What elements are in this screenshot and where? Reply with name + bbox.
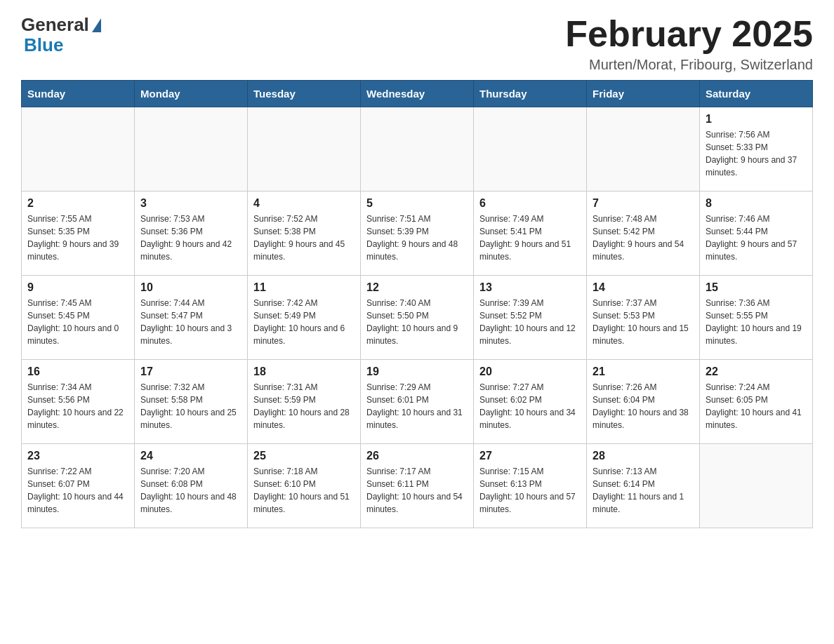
calendar-cell: 27Sunrise: 7:15 AMSunset: 6:13 PMDayligh… [474, 444, 587, 528]
day-number: 5 [366, 197, 468, 210]
day-info: Sunrise: 7:18 AMSunset: 6:10 PMDaylight:… [253, 465, 355, 516]
day-number: 19 [366, 365, 468, 378]
calendar-cell: 18Sunrise: 7:31 AMSunset: 5:59 PMDayligh… [248, 360, 361, 444]
day-number: 4 [253, 197, 355, 210]
day-number: 7 [593, 197, 694, 210]
calendar-cell: 6Sunrise: 7:49 AMSunset: 5:41 PMDaylight… [474, 192, 587, 276]
day-info: Sunrise: 7:46 AMSunset: 5:44 PMDaylight:… [706, 213, 807, 263]
day-number: 1 [706, 113, 807, 126]
calendar-cell: 1Sunrise: 7:56 AMSunset: 5:33 PMDaylight… [700, 107, 813, 192]
calendar-cell: 21Sunrise: 7:26 AMSunset: 6:04 PMDayligh… [587, 360, 700, 444]
calendar-cell [248, 107, 361, 192]
calendar-body: 1Sunrise: 7:56 AMSunset: 5:33 PMDaylight… [22, 107, 813, 528]
calendar-cell: 19Sunrise: 7:29 AMSunset: 6:01 PMDayligh… [361, 360, 474, 444]
week-row-4: 16Sunrise: 7:34 AMSunset: 5:56 PMDayligh… [22, 360, 813, 444]
week-row-3: 9Sunrise: 7:45 AMSunset: 5:45 PMDaylight… [22, 276, 813, 360]
day-number: 6 [479, 197, 581, 210]
logo-general-text: General [21, 14, 89, 36]
page-header: General Blue February 2025 Murten/Morat,… [21, 14, 813, 73]
month-title: February 2025 [565, 14, 813, 54]
day-number: 18 [253, 365, 355, 378]
calendar-cell: 25Sunrise: 7:18 AMSunset: 6:10 PMDayligh… [248, 444, 361, 528]
location-subtitle: Murten/Morat, Fribourg, Switzerland [565, 57, 813, 73]
day-header-saturday: Saturday [700, 81, 813, 107]
day-info: Sunrise: 7:26 AMSunset: 6:04 PMDaylight:… [593, 381, 694, 431]
day-header-thursday: Thursday [474, 81, 587, 107]
header-right: February 2025 Murten/Morat, Fribourg, Sw… [565, 14, 813, 73]
day-header-monday: Monday [135, 81, 248, 107]
day-info: Sunrise: 7:31 AMSunset: 5:59 PMDaylight:… [253, 381, 355, 431]
day-info: Sunrise: 7:13 AMSunset: 6:14 PMDaylight:… [593, 465, 694, 516]
day-header-sunday: Sunday [22, 81, 135, 107]
calendar-cell: 23Sunrise: 7:22 AMSunset: 6:07 PMDayligh… [22, 444, 135, 528]
day-number: 23 [27, 450, 128, 462]
calendar-cell [135, 107, 248, 192]
day-info: Sunrise: 7:53 AMSunset: 5:36 PMDaylight:… [140, 213, 241, 263]
day-header-tuesday: Tuesday [248, 81, 361, 107]
day-info: Sunrise: 7:32 AMSunset: 5:58 PMDaylight:… [140, 381, 241, 431]
day-number: 17 [140, 365, 241, 378]
day-header-friday: Friday [587, 81, 700, 107]
calendar-cell: 4Sunrise: 7:52 AMSunset: 5:38 PMDaylight… [248, 192, 361, 276]
day-number: 28 [593, 450, 694, 462]
day-info: Sunrise: 7:29 AMSunset: 6:01 PMDaylight:… [366, 381, 468, 431]
calendar-cell: 2Sunrise: 7:55 AMSunset: 5:35 PMDaylight… [22, 192, 135, 276]
calendar-cell: 17Sunrise: 7:32 AMSunset: 5:58 PMDayligh… [135, 360, 248, 444]
calendar-cell [22, 107, 135, 192]
week-row-5: 23Sunrise: 7:22 AMSunset: 6:07 PMDayligh… [22, 444, 813, 528]
logo-blue-text: Blue [24, 34, 63, 56]
day-info: Sunrise: 7:44 AMSunset: 5:47 PMDaylight:… [140, 297, 241, 347]
day-number: 3 [140, 197, 241, 210]
day-info: Sunrise: 7:39 AMSunset: 5:52 PMDaylight:… [479, 297, 581, 347]
day-number: 27 [479, 450, 581, 462]
calendar-cell: 24Sunrise: 7:20 AMSunset: 6:08 PMDayligh… [135, 444, 248, 528]
calendar-cell: 7Sunrise: 7:48 AMSunset: 5:42 PMDaylight… [587, 192, 700, 276]
calendar-cell: 22Sunrise: 7:24 AMSunset: 6:05 PMDayligh… [700, 360, 813, 444]
calendar-cell: 5Sunrise: 7:51 AMSunset: 5:39 PMDaylight… [361, 192, 474, 276]
day-info: Sunrise: 7:40 AMSunset: 5:50 PMDaylight:… [366, 297, 468, 347]
day-info: Sunrise: 7:15 AMSunset: 6:13 PMDaylight:… [479, 465, 581, 516]
day-info: Sunrise: 7:17 AMSunset: 6:11 PMDaylight:… [366, 465, 468, 516]
day-info: Sunrise: 7:52 AMSunset: 5:38 PMDaylight:… [253, 213, 355, 263]
day-info: Sunrise: 7:34 AMSunset: 5:56 PMDaylight:… [27, 381, 128, 431]
calendar-cell: 28Sunrise: 7:13 AMSunset: 6:14 PMDayligh… [587, 444, 700, 528]
calendar-cell [474, 107, 587, 192]
calendar-header: SundayMondayTuesdayWednesdayThursdayFrid… [22, 81, 813, 107]
day-number: 15 [706, 281, 807, 294]
day-info: Sunrise: 7:49 AMSunset: 5:41 PMDaylight:… [479, 213, 581, 263]
calendar-cell: 8Sunrise: 7:46 AMSunset: 5:44 PMDaylight… [700, 192, 813, 276]
day-info: Sunrise: 7:48 AMSunset: 5:42 PMDaylight:… [593, 213, 694, 263]
day-number: 2 [27, 197, 128, 210]
calendar-cell: 26Sunrise: 7:17 AMSunset: 6:11 PMDayligh… [361, 444, 474, 528]
calendar-cell [361, 107, 474, 192]
day-info: Sunrise: 7:51 AMSunset: 5:39 PMDaylight:… [366, 213, 468, 263]
day-info: Sunrise: 7:36 AMSunset: 5:55 PMDaylight:… [706, 297, 807, 347]
day-info: Sunrise: 7:24 AMSunset: 6:05 PMDaylight:… [706, 381, 807, 431]
calendar-cell: 10Sunrise: 7:44 AMSunset: 5:47 PMDayligh… [135, 276, 248, 360]
day-number: 13 [479, 281, 581, 294]
day-info: Sunrise: 7:55 AMSunset: 5:35 PMDaylight:… [27, 213, 128, 263]
day-number: 16 [27, 365, 128, 378]
day-number: 8 [706, 197, 807, 210]
week-row-2: 2Sunrise: 7:55 AMSunset: 5:35 PMDaylight… [22, 192, 813, 276]
day-number: 12 [366, 281, 468, 294]
day-info: Sunrise: 7:42 AMSunset: 5:49 PMDaylight:… [253, 297, 355, 347]
day-number: 22 [706, 365, 807, 378]
calendar-cell: 20Sunrise: 7:27 AMSunset: 6:02 PMDayligh… [474, 360, 587, 444]
calendar-cell: 14Sunrise: 7:37 AMSunset: 5:53 PMDayligh… [587, 276, 700, 360]
day-info: Sunrise: 7:37 AMSunset: 5:53 PMDaylight:… [593, 297, 694, 347]
day-number: 21 [593, 365, 694, 378]
calendar-cell: 11Sunrise: 7:42 AMSunset: 5:49 PMDayligh… [248, 276, 361, 360]
calendar-cell: 16Sunrise: 7:34 AMSunset: 5:56 PMDayligh… [22, 360, 135, 444]
day-number: 25 [253, 450, 355, 462]
day-number: 26 [366, 450, 468, 462]
day-number: 20 [479, 365, 581, 378]
day-info: Sunrise: 7:22 AMSunset: 6:07 PMDaylight:… [27, 465, 128, 516]
calendar-cell: 13Sunrise: 7:39 AMSunset: 5:52 PMDayligh… [474, 276, 587, 360]
calendar-cell: 3Sunrise: 7:53 AMSunset: 5:36 PMDaylight… [135, 192, 248, 276]
calendar-cell: 9Sunrise: 7:45 AMSunset: 5:45 PMDaylight… [22, 276, 135, 360]
calendar-table: SundayMondayTuesdayWednesdayThursdayFrid… [21, 80, 813, 528]
calendar-cell [700, 444, 813, 528]
day-info: Sunrise: 7:45 AMSunset: 5:45 PMDaylight:… [27, 297, 128, 347]
week-row-1: 1Sunrise: 7:56 AMSunset: 5:33 PMDaylight… [22, 107, 813, 192]
